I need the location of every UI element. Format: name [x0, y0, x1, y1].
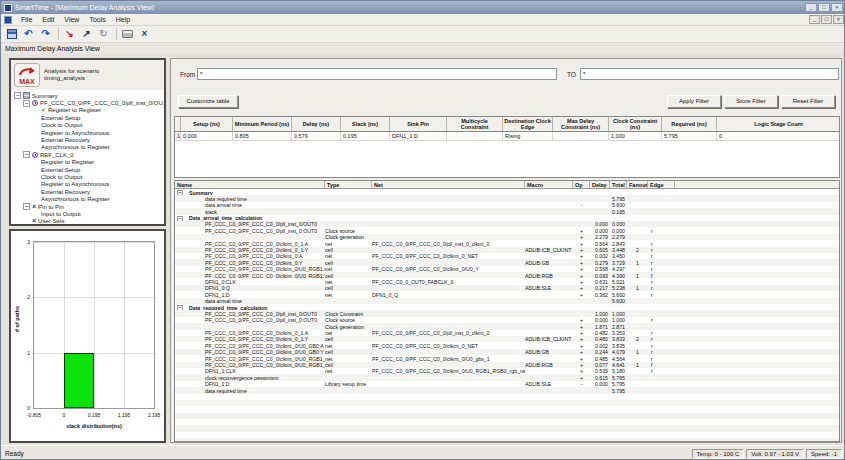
menu-view[interactable]: View: [59, 15, 84, 24]
y-tick-label: 1: [14, 350, 30, 356]
redo-icon[interactable]: ↷: [38, 27, 53, 41]
col-max-delay-constraint-ns: Max Delay Constraint (ns): [553, 117, 609, 131]
view-title: Maximum Delay Analysis View: [5, 45, 100, 52]
mdi-minimize-button[interactable]: _: [809, 15, 820, 24]
tree-item-external-recovery[interactable]: External Recovery: [11, 188, 164, 195]
summary-icon: [23, 92, 30, 99]
tree-item-user-sets[interactable]: ×User Sets: [11, 218, 164, 225]
menu-items: FileEditViewToolsHelp: [16, 15, 135, 24]
cell-net: [372, 438, 525, 442]
expander-icon[interactable]: −: [14, 92, 21, 99]
tree-item-asynchronous-to-register[interactable]: Asynchronous to Register: [11, 144, 164, 151]
constraints-icon: ×: [142, 29, 148, 39]
tree-item-summary[interactable]: −Summary: [11, 92, 164, 99]
min-delay-analysis-icon[interactable]: ↗: [79, 27, 94, 41]
summary-table-header: Setup (ns)Minimum Period (ns)Delay (ns)S…: [175, 117, 839, 132]
main-area: MAX Analysis for scenario timing_analysi…: [1, 54, 845, 445]
col-setup-ns: Setup (ns): [181, 117, 233, 131]
tree-item-label: Input to Output: [41, 211, 81, 217]
restore-button[interactable]: □: [818, 3, 830, 12]
scenario-label: Analysis for scenario timing_analysis: [44, 68, 99, 82]
menu-edit[interactable]: Edit: [37, 15, 59, 24]
tree-item-register-to-register[interactable]: ✔Register to Register: [11, 107, 164, 114]
y-tick-label: 3: [14, 239, 30, 245]
constraints-icon[interactable]: ×: [137, 27, 152, 41]
tree-item-input-to-output[interactable]: Input to Output: [11, 210, 164, 217]
menu-help[interactable]: Help: [111, 15, 135, 24]
print-icon: [122, 30, 133, 38]
tree-item-label: Register to Asynchronous: [41, 181, 109, 187]
cell-setup-ns: 0.000: [181, 132, 233, 140]
expander-icon[interactable]: −: [23, 100, 30, 107]
smarttime-window: SmartTime - [Maximum Delay Analysis View…: [0, 0, 845, 460]
tree-item-ref-clk-0[interactable]: −REF_CLK_0: [11, 151, 164, 158]
cell-max-delay-constraint-ns: [553, 132, 609, 140]
save-icon[interactable]: [4, 27, 19, 41]
tree-item-label: Clock to Output: [41, 174, 82, 180]
mdi-child-icon[interactable]: [4, 16, 12, 24]
cell-multicycle-constraint: [447, 132, 503, 140]
tree-item-asynchronous-to-register[interactable]: Asynchronous to Register: [11, 195, 164, 202]
expander-icon[interactable]: −: [23, 203, 30, 210]
col-slack-ns: Slack (ns): [341, 117, 390, 131]
col-destination-clock-edge: Destination Clock Edge: [503, 117, 553, 131]
mdi-close-button[interactable]: ×: [833, 15, 844, 24]
summary-table-row[interactable]: 10.0000.8050.5790.195DFN1_1:DRising1.000…: [175, 132, 839, 141]
path-row[interactable]: [175, 438, 839, 442]
menu-file[interactable]: File: [16, 15, 37, 24]
max-delay-analysis-icon[interactable]: ↘: [62, 27, 77, 41]
tree-item-register-to-asynchronous[interactable]: Register to Asynchronous: [11, 129, 164, 136]
cell-type: [325, 438, 372, 442]
store-filter-button[interactable]: Store Filter: [724, 95, 778, 108]
undo-icon[interactable]: ↶: [21, 27, 36, 41]
col-delay-ns: Delay (ns): [292, 117, 341, 131]
tree-item-pf-ccc-c0-0-pf-ccc-c0-0-pll-inst-0-ou[interactable]: −PF_CCC_C0_0/PF_CCC_C0_0/pll_inst_0/OU..…: [11, 99, 164, 106]
slack-histogram-panel: # of paths slack distribution(ns) 0123-0…: [9, 229, 166, 443]
expander-icon[interactable]: −: [23, 151, 30, 158]
print-icon[interactable]: [120, 27, 135, 41]
window-title: SmartTime - [Maximum Delay Analysis View…: [15, 4, 804, 11]
menu-tools[interactable]: Tools: [84, 15, 110, 24]
x-tick-label: 1.195: [118, 412, 131, 418]
x-tick-label: 2.195: [148, 412, 161, 418]
tree-item-label: REF_CLK_0: [40, 152, 74, 158]
path-summary-table: Setup (ns)Minimum Period (ns)Delay (ns)S…: [174, 116, 840, 178]
cell-macro: [525, 438, 573, 442]
set-icon: ×: [32, 204, 36, 210]
min-delay-analysis-icon: ↗: [82, 29, 90, 39]
mdi-restore-button[interactable]: □: [821, 15, 832, 24]
tree-item-clock-to-output[interactable]: Clock to Output: [11, 122, 164, 129]
recalculate-icon[interactable]: ↻: [96, 27, 111, 41]
to-input[interactable]: [580, 68, 839, 80]
tree-item-clock-to-output[interactable]: Clock to Output: [11, 173, 164, 180]
histogram-plot: [33, 241, 155, 409]
customize-table-button[interactable]: Customize table: [178, 95, 238, 108]
tree-item-label: Register to Register: [48, 107, 101, 113]
tree-item-register-to-asynchronous[interactable]: Register to Asynchronous: [11, 181, 164, 188]
tree-item-label: External Recovery: [41, 189, 90, 195]
close-button[interactable]: ×: [831, 3, 843, 12]
col-minimum-period-ns: Minimum Period (ns): [233, 117, 292, 131]
col-type: Type: [325, 181, 372, 188]
save-icon: [7, 29, 17, 39]
apply-filter-button[interactable]: Apply Filter: [667, 95, 721, 108]
max-delay-analysis-icon: ↘: [65, 29, 73, 39]
path-details-table: NameTypeNetMacroOpDelayTotalFanoutEdge −…: [174, 180, 840, 442]
analysis-tree: −Summary−PF_CCC_C0_0/PF_CCC_C0_0/pll_ins…: [11, 90, 164, 226]
from-input[interactable]: [197, 68, 557, 80]
tree-item-external-setup[interactable]: External Setup: [11, 114, 164, 121]
tree-item-external-recovery[interactable]: External Recovery: [11, 136, 164, 143]
col-total: Total: [610, 181, 627, 188]
reset-filter-button[interactable]: Reset Filter: [781, 95, 835, 108]
col-sink-pin: Sink Pin: [390, 117, 447, 131]
temp-range: Temp: 0 - 100 C: [692, 449, 745, 459]
minimize-button[interactable]: _: [805, 3, 817, 12]
tree-item-pin-to-pin[interactable]: −×Pin to Pin: [11, 203, 164, 210]
from-label: From: [180, 71, 195, 78]
tree-item-label: User Sets: [38, 218, 64, 224]
tree-item-external-setup[interactable]: External Setup: [11, 166, 164, 173]
cell-slack-ns: 0.195: [341, 132, 390, 140]
cell-logic-stage-count: 0: [717, 132, 840, 140]
tree-item-register-to-register[interactable]: Register to Register: [11, 159, 164, 166]
status-bar: Ready Temp: 0 - 100 C Volt: 0.97 - 1.03 …: [1, 445, 845, 460]
